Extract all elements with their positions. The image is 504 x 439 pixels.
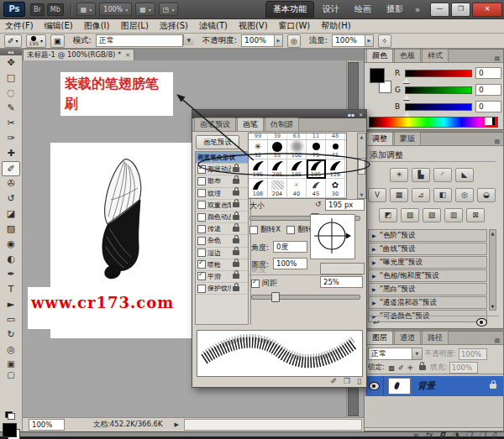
- lock-paint-icon[interactable]: ✐: [396, 364, 406, 372]
- menu-item-8[interactable]: 窗口(W): [279, 20, 311, 32]
- threshold-icon[interactable]: ▧: [423, 208, 441, 222]
- brush-preset-195[interactable]: 195: [249, 159, 268, 179]
- tablet-pressure-button[interactable]: ◎: [287, 34, 301, 48]
- gradient-map-icon[interactable]: ▥: [444, 208, 463, 222]
- toggle-visibility-icon[interactable]: [476, 318, 487, 327]
- option-checkbox[interactable]: [197, 177, 206, 186]
- channel-mixer-icon[interactable]: ◒: [477, 188, 496, 202]
- brush-option-2[interactable]: 散布: [196, 175, 248, 187]
- angle-field[interactable]: 0度: [273, 241, 307, 253]
- invert-icon[interactable]: ◩: [379, 208, 397, 222]
- exposure-icon[interactable]: ◣: [455, 168, 474, 182]
- layer-thumbnail[interactable]: [388, 378, 411, 395]
- blend-mode-select[interactable]: 正常 ▼: [368, 348, 423, 360]
- brush-option-7[interactable]: 杂色: [196, 235, 248, 247]
- lock-move-icon[interactable]: ✛: [406, 364, 415, 372]
- layer-group-icon[interactable]: ❒: [465, 431, 472, 439]
- arrange-documents-button[interactable]: ▦▾: [135, 3, 155, 16]
- brush-panel-tab-3[interactable]: 仿制源: [265, 118, 299, 131]
- color-tab-2[interactable]: 色板: [394, 49, 421, 62]
- b-slider-thumb[interactable]: [403, 112, 410, 117]
- minimize-button[interactable]: —: [430, 3, 449, 17]
- scroll-down-icon[interactable]: ▼: [490, 304, 496, 309]
- adjustment-layer-icon[interactable]: ◑: [452, 431, 459, 439]
- menu-item-4[interactable]: 图层(L): [120, 20, 148, 32]
- r-value-field[interactable]: 0: [475, 67, 501, 79]
- launch-bridge-button[interactable]: Br: [30, 3, 45, 16]
- menu-item-7[interactable]: 视图(V): [239, 20, 268, 32]
- document-tab[interactable]: 未标题-1 @ 100%(RGB/8) * ✕: [23, 49, 134, 60]
- scroll-down-icon[interactable]: ▼: [360, 192, 364, 197]
- brush-preset-195[interactable]: 195: [307, 159, 326, 179]
- option-checkbox[interactable]: [197, 237, 206, 245]
- lock-icon[interactable]: [233, 262, 239, 267]
- posterize-icon[interactable]: ▨: [401, 208, 419, 222]
- workspace-tab-4[interactable]: 摄影: [380, 2, 410, 17]
- color-spectrum-ramp[interactable]: [369, 117, 498, 128]
- lock-icon[interactable]: [233, 179, 239, 184]
- lock-icon[interactable]: [233, 227, 239, 232]
- spacing-field[interactable]: 25%: [320, 276, 363, 288]
- brush-preset-picker[interactable]: 195 ▾: [26, 34, 46, 48]
- zoom-tool[interactable]: ◎: [2, 342, 20, 358]
- color-panel-menu-icon[interactable]: ▤: [491, 55, 503, 62]
- workspace-more-button[interactable]: »: [410, 5, 425, 14]
- brush-preset-32[interactable]: ✳32: [249, 140, 268, 159]
- menu-item-2[interactable]: 编辑(E): [45, 20, 73, 32]
- live-tip-preview-icon[interactable]: ✐: [330, 377, 337, 385]
- pen-tool[interactable]: ✒: [2, 267, 20, 282]
- option-checkbox[interactable]: [197, 213, 206, 222]
- adjustments-tab-1[interactable]: 调整: [366, 132, 393, 145]
- lock-icon[interactable]: [233, 215, 239, 220]
- return-to-adjustment-list-icon[interactable]: ↩: [373, 318, 380, 327]
- g-slider-thumb[interactable]: [403, 95, 410, 100]
- opacity-field[interactable]: 100% ▶: [241, 34, 283, 47]
- background-layer-row[interactable]: 背景: [365, 376, 503, 396]
- layers-tab-2[interactable]: 通道: [394, 331, 421, 344]
- brush-tool[interactable]: ✐: [2, 161, 20, 176]
- rotate-view-tool[interactable]: ↻: [2, 327, 20, 342]
- flip-y-checkbox[interactable]: [286, 226, 295, 234]
- brush-panel-tab-1[interactable]: 画笔预设: [194, 118, 236, 131]
- option-checkbox[interactable]: [197, 201, 206, 209]
- menu-item-5[interactable]: 选择(S): [160, 20, 188, 32]
- spinner-icon[interactable]: ▶: [365, 34, 374, 47]
- marquee-tool[interactable]: □: [2, 71, 20, 86]
- mini-bridge-button[interactable]: Mb: [47, 3, 64, 16]
- close-button[interactable]: ✕: [472, 3, 502, 17]
- brush-option-8[interactable]: 湿边: [196, 248, 248, 259]
- brush-option-6[interactable]: 传递: [196, 223, 248, 235]
- new-brush-icon[interactable]: ❐: [344, 377, 350, 385]
- b-value-field[interactable]: 0: [475, 101, 501, 112]
- b-slider[interactable]: [405, 103, 472, 111]
- spacing-slider[interactable]: [251, 295, 360, 300]
- g-value-field[interactable]: 0: [475, 84, 501, 96]
- brush-option-1[interactable]: 形状动态: [196, 164, 248, 175]
- curves-icon[interactable]: ◜: [433, 168, 452, 182]
- menu-item-3[interactable]: 图像(I): [84, 20, 110, 32]
- toggle-brush-panel-button[interactable]: ▣: [50, 34, 65, 48]
- brush-preset-100[interactable]: 100: [287, 140, 307, 159]
- color-tab-3[interactable]: 样式: [422, 49, 449, 62]
- close-tab-icon[interactable]: ✕: [125, 52, 130, 59]
- zoom-level-control[interactable]: 100%▾: [99, 3, 132, 16]
- layers-tab-1[interactable]: 图层: [366, 331, 393, 344]
- preset-row-2[interactable]: ▶“曲线”预设: [368, 243, 487, 255]
- brush-preset-55[interactable]: 55: [268, 140, 287, 159]
- hue-saturation-icon[interactable]: ▦: [390, 188, 408, 202]
- menu-item-6[interactable]: 滤镜(T): [199, 20, 228, 32]
- color-panel-swatches[interactable]: [370, 68, 391, 93]
- r-slider-thumb[interactable]: [403, 78, 410, 83]
- close-panel-icon[interactable]: ✕: [359, 112, 363, 118]
- white-black-swatch[interactable]: [485, 118, 495, 125]
- selective-color-icon[interactable]: ⊠: [466, 208, 485, 222]
- move-tool[interactable]: ✥: [2, 55, 20, 71]
- default-colors-icon[interactable]: [5, 411, 15, 420]
- delete-layer-icon[interactable]: ▯: [492, 431, 496, 439]
- new-layer-icon[interactable]: ❐: [479, 431, 486, 439]
- quick-mask-button[interactable]: ▣: [2, 359, 20, 368]
- option-checkbox[interactable]: [197, 285, 206, 293]
- lock-icon[interactable]: [233, 250, 239, 255]
- dodge-tool[interactable]: ◐: [2, 252, 20, 267]
- option-checkbox[interactable]: [197, 248, 206, 257]
